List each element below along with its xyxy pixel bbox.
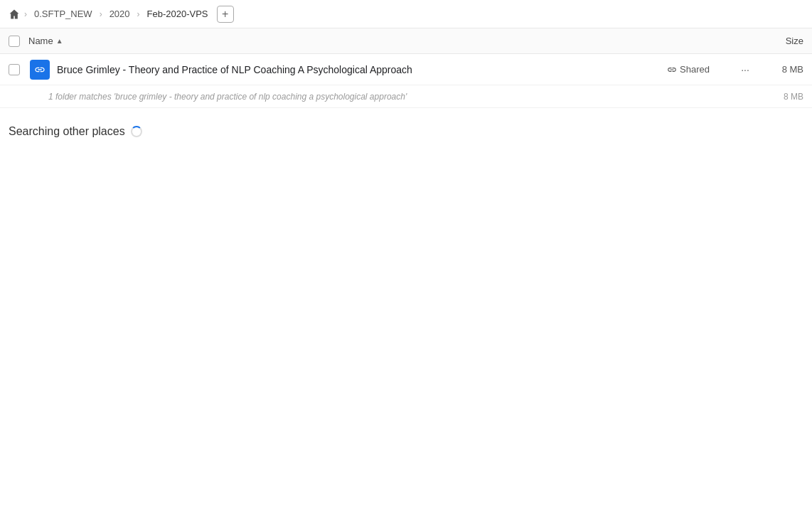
shared-label: Shared: [680, 64, 710, 75]
searching-label: Searching other places: [9, 125, 125, 138]
match-size: 8 MB: [761, 92, 803, 102]
file-checkbox[interactable]: [9, 64, 20, 75]
file-icon-wrapper: [28, 60, 51, 80]
file-icon: [30, 60, 50, 80]
breadcrumb-item-sftp[interactable]: 0.SFTP_NEW: [31, 7, 95, 21]
breadcrumb-item-feb[interactable]: Feb-2020-VPS: [144, 7, 211, 21]
breadcrumb-separator-1: ›: [24, 9, 27, 19]
more-icon: ···: [741, 64, 749, 75]
breadcrumb-separator-2: ›: [100, 9, 102, 19]
file-row[interactable]: Bruce Grimley - Theory and Practice of N…: [0, 54, 812, 85]
file-checkbox-wrapper[interactable]: [9, 64, 28, 75]
breadcrumb-separator-3: ›: [137, 9, 140, 19]
match-text: 1 folder matches 'bruce grimley - theory…: [48, 92, 761, 102]
column-name-label: Name: [28, 36, 53, 46]
breadcrumb-add-button[interactable]: +: [217, 6, 234, 23]
searching-spinner: [131, 126, 142, 137]
file-more-button[interactable]: ···: [735, 60, 755, 80]
breadcrumb-bar: › 0.SFTP_NEW › 2020 › Feb-2020-VPS +: [0, 0, 812, 28]
searching-section: Searching other places: [0, 108, 812, 146]
column-name-header[interactable]: Name ▲: [28, 36, 747, 46]
sort-icon: ▲: [56, 37, 63, 45]
column-header: Name ▲ Size: [0, 28, 812, 54]
breadcrumb-home[interactable]: [9, 9, 20, 20]
breadcrumb-item-2020[interactable]: 2020: [107, 7, 133, 21]
shared-link-icon: [667, 65, 677, 75]
column-size-header[interactable]: Size: [747, 36, 803, 46]
file-size: 8 MB: [761, 64, 803, 75]
select-all-checkbox[interactable]: [9, 36, 20, 47]
match-row: 1 folder matches 'bruce grimley - theory…: [0, 85, 812, 108]
file-shared-badge: Shared: [667, 64, 724, 75]
select-all-checkbox-wrapper[interactable]: [9, 36, 28, 47]
file-name: Bruce Grimley - Theory and Practice of N…: [57, 64, 667, 75]
